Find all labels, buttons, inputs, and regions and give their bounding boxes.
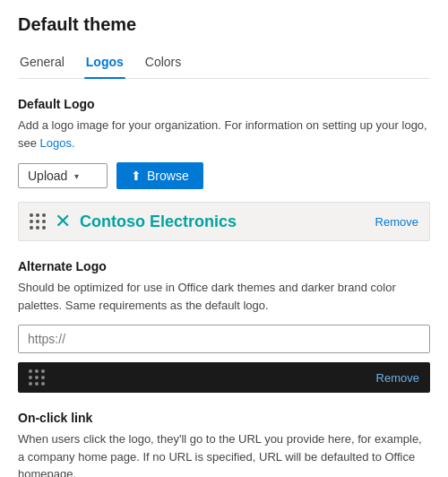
upload-dropdown[interactable]: Upload ▾ xyxy=(18,163,108,188)
drag-handle-icon[interactable] xyxy=(30,213,46,230)
default-logo-section: Default Logo Add a logo image for your o… xyxy=(18,97,430,241)
upload-icon: ⬆ xyxy=(131,169,142,183)
alternate-logo-title: Alternate Logo xyxy=(18,259,430,273)
tabs-nav: General Logos Colors xyxy=(18,48,430,79)
onclick-link-title: On-click link xyxy=(18,411,430,425)
logo-preview: ✕ Contoso Electronics Remove xyxy=(18,202,430,241)
onclick-link-section: On-click link When users click the logo,… xyxy=(18,411,430,477)
alternate-logo-remove[interactable]: Remove xyxy=(376,371,419,385)
dark-logo-preview: Remove xyxy=(18,362,430,393)
alternate-logo-section: Alternate Logo Should be optimized for u… xyxy=(18,259,430,393)
upload-row: Upload ▾ ⬆ Browse xyxy=(18,162,430,189)
upload-label: Upload xyxy=(28,169,67,183)
browse-button[interactable]: ⬆ Browse xyxy=(116,162,203,189)
default-logo-remove[interactable]: Remove xyxy=(375,215,418,229)
tab-general[interactable]: General xyxy=(18,48,66,78)
dark-drag-handle-icon[interactable] xyxy=(29,369,45,386)
alternate-logo-url-input[interactable] xyxy=(18,325,430,353)
default-logo-desc: Add a logo image for your organization. … xyxy=(18,117,430,152)
page-title: Default theme xyxy=(18,14,430,35)
logos-link[interactable]: Logos. xyxy=(40,136,75,150)
onclick-link-desc: When users click the logo, they'll go to… xyxy=(18,430,430,477)
tab-colors[interactable]: Colors xyxy=(143,48,183,78)
tab-logos[interactable]: Logos xyxy=(84,48,125,78)
default-logo-title: Default Logo xyxy=(18,97,430,111)
browse-label: Browse xyxy=(147,169,189,183)
alternate-logo-desc: Should be optimized for use in Office da… xyxy=(18,279,430,314)
chevron-down-icon: ▾ xyxy=(74,171,79,181)
logo-preview-text: Contoso Electronics xyxy=(80,212,366,231)
logo-brand-icon: ✕ xyxy=(55,210,71,233)
